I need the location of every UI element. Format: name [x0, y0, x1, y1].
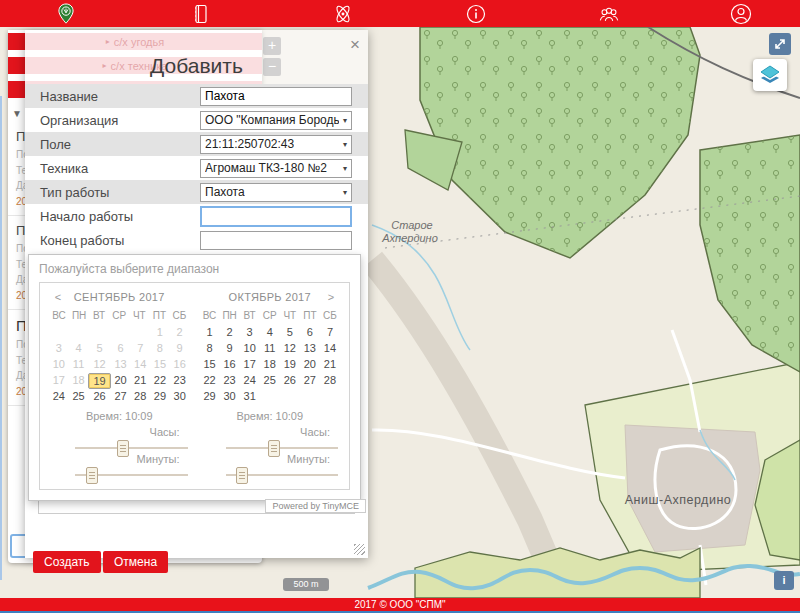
calendar-day[interactable]: 21 [130, 373, 150, 389]
funnel-icon[interactable]: ▼ [12, 108, 22, 119]
calendar-day[interactable]: 20 [111, 373, 131, 389]
calendar-day[interactable]: 4 [260, 325, 280, 341]
start-date-input[interactable] [200, 206, 352, 227]
select-value: Агромаш ТКЗ-180 №2 [205, 161, 327, 175]
calendar-day[interactable]: 20 [300, 357, 320, 373]
calendar-day[interactable]: 16 [170, 357, 190, 373]
calendar-day[interactable]: 26 [88, 389, 110, 405]
users-icon[interactable] [598, 3, 620, 25]
form-row-machinery: Техника Агромаш ТКЗ-180 №2 ▾ [25, 156, 368, 180]
next-month-icon[interactable]: > [324, 291, 338, 303]
minutes-slider[interactable] [226, 474, 339, 476]
calendar-day[interactable]: 19 [280, 357, 300, 373]
resize-grip[interactable] [354, 544, 365, 555]
calendar-day[interactable]: 6 [300, 325, 320, 341]
calendar-day[interactable]: 23 [170, 373, 190, 389]
weekday-label: СБ [169, 310, 189, 325]
calendar-day[interactable]: 17 [49, 373, 69, 389]
calendar-day [260, 389, 280, 405]
logo-pin-icon[interactable] [55, 3, 77, 25]
calendar-day[interactable]: 5 [280, 325, 300, 341]
calendar-day[interactable]: 29 [200, 389, 220, 405]
calendar-day[interactable]: 2 [170, 325, 190, 341]
name-input[interactable] [200, 87, 352, 106]
calendar-day[interactable]: 9 [220, 341, 240, 357]
worktype-select[interactable]: Пахота ▾ [200, 183, 352, 202]
close-icon[interactable]: × [350, 36, 360, 53]
calendar-day[interactable]: 19 [88, 373, 110, 389]
user-icon[interactable] [730, 3, 752, 25]
calendar-day[interactable]: 5 [88, 341, 110, 357]
calendar-day[interactable]: 14 [320, 341, 340, 357]
calendar-day[interactable]: 22 [150, 373, 170, 389]
atom-icon[interactable] [332, 3, 354, 25]
calendar-day[interactable]: 25 [69, 389, 89, 405]
calendar-day[interactable]: 8 [150, 341, 170, 357]
layers-button[interactable] [753, 59, 787, 91]
calendar-day[interactable]: 12 [88, 357, 110, 373]
end-date-input[interactable] [200, 231, 352, 250]
slider-handle[interactable] [236, 467, 248, 484]
create-button[interactable]: Создать [33, 551, 101, 573]
calendar-day[interactable]: 18 [69, 373, 89, 389]
time-readout: Время: 10:09 [49, 410, 190, 422]
calendar-day[interactable]: 1 [200, 325, 220, 341]
calendar-day[interactable]: 11 [69, 357, 89, 373]
field-select[interactable]: 21:11:250702:43 ▾ [200, 135, 352, 154]
cancel-button[interactable]: Отмена [103, 551, 168, 573]
calendar-day[interactable]: 24 [240, 373, 260, 389]
book-icon[interactable] [190, 3, 212, 25]
fullscreen-button[interactable] [769, 33, 791, 55]
calendar-day[interactable]: 13 [300, 341, 320, 357]
prev-month-icon[interactable]: < [51, 291, 65, 303]
calendar-day[interactable]: 22 [200, 373, 220, 389]
calendar-day[interactable]: 15 [150, 357, 170, 373]
calendar-day[interactable]: 21 [320, 357, 340, 373]
calendar-day[interactable]: 24 [49, 389, 69, 405]
calendar-day[interactable]: 23 [220, 373, 240, 389]
calendar-day[interactable]: 28 [320, 373, 340, 389]
hours-slider[interactable] [75, 447, 188, 449]
calendar-day[interactable]: 30 [220, 389, 240, 405]
calendar-day[interactable]: 7 [320, 325, 340, 341]
slider-handle[interactable] [86, 467, 98, 484]
calendar-day[interactable]: 11 [260, 341, 280, 357]
calendar-day[interactable]: 17 [240, 357, 260, 373]
calendar-day[interactable]: 12 [280, 341, 300, 357]
calendar-day[interactable]: 14 [130, 357, 150, 373]
calendar-day[interactable]: 9 [170, 341, 190, 357]
calendar-day[interactable]: 30 [170, 389, 190, 405]
calendar-day[interactable]: 28 [130, 389, 150, 405]
calendar-day[interactable]: 3 [240, 325, 260, 341]
machinery-select[interactable]: Агромаш ТКЗ-180 №2 ▾ [200, 159, 352, 178]
minutes-slider[interactable] [75, 474, 188, 476]
attribution-info-button[interactable]: i [774, 571, 794, 590]
calendar-day[interactable]: 18 [260, 357, 280, 373]
calendar-day[interactable]: 25 [260, 373, 280, 389]
slider-handle[interactable] [268, 440, 280, 457]
calendar-day[interactable]: 10 [49, 357, 69, 373]
calendar-month-title: ОКТЯБРЬ 2017 [229, 291, 311, 303]
calendar-day[interactable]: 3 [49, 341, 69, 357]
form-row-field: Поле 21:11:250702:43 ▾ [25, 132, 368, 156]
calendar-day[interactable]: 4 [69, 341, 89, 357]
calendar-day[interactable]: 27 [111, 389, 131, 405]
info-icon[interactable] [465, 3, 487, 25]
calendar-day[interactable]: 31 [240, 389, 260, 405]
field-label: Поле [40, 137, 200, 152]
calendar-day[interactable]: 10 [240, 341, 260, 357]
calendar-day[interactable]: 15 [200, 357, 220, 373]
calendar-day[interactable]: 13 [111, 357, 131, 373]
calendar-day[interactable]: 29 [150, 389, 170, 405]
organization-select[interactable]: ООО "Компания Бороды" ▾ [200, 111, 352, 130]
slider-handle[interactable] [117, 440, 129, 457]
calendar-day[interactable]: 8 [200, 341, 220, 357]
calendar-day[interactable]: 2 [220, 325, 240, 341]
hours-slider[interactable] [226, 447, 339, 449]
calendar-day[interactable]: 27 [300, 373, 320, 389]
calendar-day[interactable]: 26 [280, 373, 300, 389]
calendar-day[interactable]: 6 [111, 341, 131, 357]
calendar-day[interactable]: 1 [150, 325, 170, 341]
calendar-day[interactable]: 7 [130, 341, 150, 357]
calendar-day[interactable]: 16 [220, 357, 240, 373]
